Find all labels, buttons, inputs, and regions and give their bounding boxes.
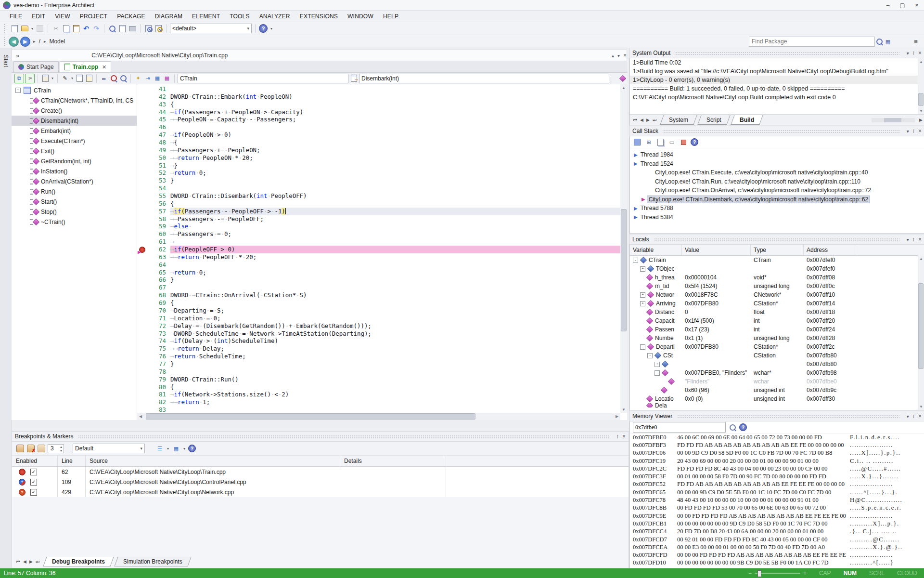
code-line-54[interactable]: 54	[137, 184, 620, 192]
locals-row[interactable]: "Flinders"wchar0x007dfbe0	[630, 377, 924, 386]
tree-item-member[interactable]: Execute(CTrain*)	[12, 136, 137, 146]
locals-row[interactable]: Distanc0float0x007dff18	[630, 308, 924, 316]
code-line-44[interactable]: 44⟶if(Passengers·+·PeopleON·>·Capacity)	[137, 108, 620, 116]
browse-model-icon[interactable]	[154, 24, 163, 33]
locals-row[interactable]: Capacit0x1f4 (500)int0x007dff20	[630, 316, 924, 325]
memory-address-input[interactable]	[633, 422, 726, 433]
breakpoint-margin[interactable]	[137, 276, 150, 284]
locals-row[interactable]: -CTrainCTrain0x007dfef0	[630, 256, 924, 264]
window-menu-icon[interactable]: ▾	[907, 237, 909, 242]
tab-start-page[interactable]: Start Page	[13, 61, 59, 72]
pin-icon[interactable]: ⊺	[912, 51, 915, 56]
column-header-line[interactable]: Line	[58, 456, 86, 466]
code-line-42[interactable]: 42DWORD·CTrain::Embark(int·PeopleON)	[137, 93, 620, 101]
expand-icon[interactable]: +	[640, 266, 645, 272]
code-line-79[interactable]: 79DWORD·CTrain::Run()	[137, 376, 620, 383]
breakpoint-margin[interactable]	[137, 291, 150, 299]
output-tab-system[interactable]: System	[660, 115, 697, 125]
close-panel-icon[interactable]: ×	[918, 128, 922, 134]
breakpoint-count-stepper[interactable]: 3▲▼	[48, 444, 64, 453]
breakpoint-margin[interactable]	[137, 215, 150, 223]
locals-row[interactable]: +Arriving0x007DFB80CStation*0x007dff14	[630, 299, 924, 308]
locals-row[interactable]: Dela	[630, 403, 924, 407]
properties-icon[interactable]	[41, 74, 50, 83]
breakpoint-margin[interactable]	[137, 208, 150, 215]
edit-dropdown-icon[interactable]: ▾	[70, 74, 74, 83]
menu-item-view[interactable]: VIEW	[50, 12, 75, 21]
status-toggle-scrl[interactable]: SCRL	[869, 570, 885, 577]
find-binoculars-icon[interactable]: ∞	[100, 74, 108, 83]
breakpoint-margin[interactable]	[137, 146, 150, 154]
breakpoint-margin[interactable]	[137, 230, 150, 238]
breakpoint-margin[interactable]	[137, 337, 150, 345]
close-panel-icon[interactable]: ×	[918, 413, 922, 420]
pin-icon[interactable]: ⊺	[912, 129, 915, 134]
pin-icon[interactable]: ⊺	[616, 434, 619, 439]
expand-icon[interactable]: +	[640, 292, 645, 298]
code-line-74[interactable]: 74⟶if(Delay·>·(int)ScheduleTime)	[137, 337, 620, 345]
delete-all-breakpoints-icon[interactable]: ✗	[26, 444, 35, 453]
import-source-icon[interactable]: ↓	[75, 74, 84, 83]
print-preview-icon[interactable]	[108, 24, 116, 33]
code-line-50[interactable]: 50⟶⟶return·PeopleON·*·20;	[137, 154, 620, 162]
close-tab-icon[interactable]: ✕	[102, 64, 106, 70]
collapse-icon[interactable]: -	[633, 258, 638, 263]
search-model-icon[interactable]	[144, 24, 153, 33]
code-line-57[interactable]: 57⟶if(Passengers·-·PeopleOFF·>·-1)	[137, 208, 620, 215]
breakpoint-margin[interactable]	[137, 169, 150, 177]
status-toggle-num[interactable]: NUM	[844, 570, 857, 577]
window-menu-icon[interactable]: ▾	[907, 51, 909, 56]
tree-item-member[interactable]: CTrain(CNetwork*, TTrainID, int, CS	[12, 95, 137, 105]
tree-item-member[interactable]: InStation()	[12, 166, 137, 176]
code-line-67[interactable]: 67	[137, 284, 620, 291]
breakpoint-margin[interactable]	[137, 398, 150, 406]
tree-item-member[interactable]: Disembark(int)	[12, 116, 137, 126]
stop-icon[interactable]	[679, 138, 688, 146]
undo-icon[interactable]: ↶	[82, 24, 90, 33]
tab-scroll-last-icon[interactable]: ⏭	[36, 559, 39, 565]
code-line-52[interactable]: 52⟶return·0;	[137, 169, 620, 177]
tree-item-member[interactable]: GetRandom(int, int)	[12, 156, 137, 166]
breakpoint-margin[interactable]	[137, 353, 150, 360]
member-selector-combo[interactable]: Disembark(int)	[359, 74, 609, 83]
code-vertical-scrollbar[interactable]: ▲ ▼	[620, 84, 627, 413]
profiler-icon[interactable]: ▦	[163, 74, 171, 83]
save-icon[interactable]	[36, 24, 44, 33]
breakpoint-margin[interactable]	[137, 330, 150, 338]
tab-scroll-first-icon[interactable]: ⏮	[16, 559, 20, 565]
breakpoint-margin[interactable]	[137, 299, 150, 307]
breakpoint-enabled-checkbox[interactable]: ✓	[30, 479, 37, 486]
tree-item-member[interactable]: Run()	[12, 186, 137, 197]
code-line-47[interactable]: 47⟶if(PeopleON·>·0)	[137, 131, 620, 139]
breakpoint-margin[interactable]	[137, 238, 150, 246]
breakpoint-margin[interactable]	[137, 154, 150, 162]
breakpoint-margin[interactable]: ▶	[137, 246, 150, 253]
forward-button[interactable]: ▶	[20, 37, 30, 47]
breakpoint-margin[interactable]	[137, 200, 150, 208]
overflow-chevron-icon[interactable]: »	[16, 52, 19, 59]
grid-view-icon[interactable]: ▦	[153, 74, 162, 83]
code-line-59[interactable]: 59⟶else·	[137, 223, 620, 230]
tabstrip-scroll-right-icon[interactable]: ▶	[919, 118, 923, 122]
breakpoint-margin[interactable]	[137, 184, 150, 192]
chevron-down-icon[interactable]: ▾	[617, 53, 620, 58]
locals-row[interactable]: +0x007dfb80	[630, 360, 924, 368]
code-line-73[interactable]: 73⟶DWORD·ScheduleTime·=·Network->TimeAtS…	[137, 330, 620, 338]
column-header-value[interactable]: Value	[682, 245, 751, 255]
collapse-icon[interactable]: ▭	[667, 138, 676, 146]
stack-frames-icon[interactable]: ⊞	[644, 138, 653, 146]
code-line-49[interactable]: 49⟶⟶Passengers·+=·PeopleON;	[137, 146, 620, 154]
locals-row[interactable]: -Departi0x007DFB80CStation*0x007dff2c	[630, 342, 924, 351]
breakpoint-margin[interactable]	[137, 322, 150, 330]
breakpoint-margin[interactable]	[137, 284, 150, 291]
locals-row[interactable]: Numbe0x1 (1)unsigned long0x007dff28	[630, 334, 924, 342]
locals-scrollbar[interactable]: ▲ ▼	[918, 255, 924, 410]
tree-item-member[interactable]: ~CTrain()	[12, 217, 137, 227]
help-icon[interactable]: ?	[259, 24, 268, 33]
menu-item-analyzer[interactable]: ANALYZER	[255, 12, 295, 21]
call-stack-frame[interactable]: ▶CityLoop.exe! CTrain.Disembark, c:\vea\…	[630, 195, 924, 204]
code-line-71[interactable]: 71⟶Location·=·0;	[137, 315, 620, 322]
breakpoint-margin[interactable]	[137, 368, 150, 376]
open-folder-icon[interactable]	[20, 24, 29, 33]
element-browser-icon[interactable]	[618, 74, 627, 83]
